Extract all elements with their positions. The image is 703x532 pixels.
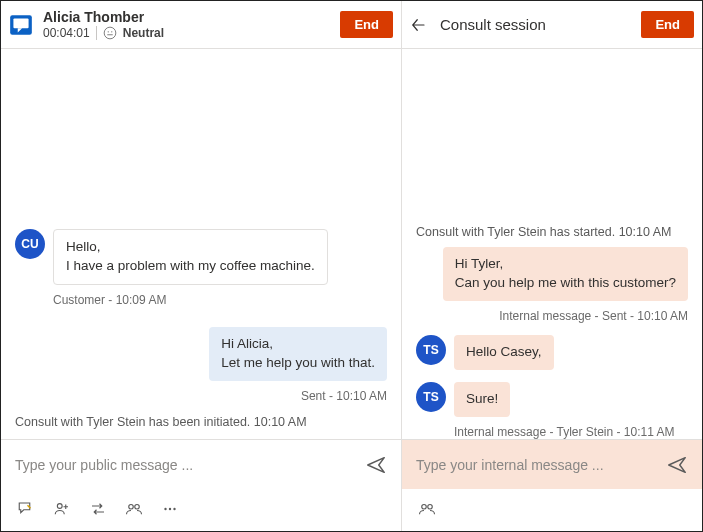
customer-chat-pane: Alicia Thomber 00:04:01 Neutral End CU H… bbox=[1, 1, 402, 531]
quick-reply-icon[interactable] bbox=[17, 500, 35, 518]
message-bubble: Hi Tyler, Can you help me with this cust… bbox=[443, 247, 688, 301]
consult-header: Consult session End bbox=[402, 1, 702, 49]
send-icon[interactable] bbox=[365, 454, 387, 476]
consult-icon[interactable] bbox=[53, 500, 71, 518]
message-line: Can you help me with this customer? bbox=[455, 274, 676, 293]
message-line: Hello, bbox=[66, 238, 315, 257]
message-meta: Internal message - Tyler Stein - 10:11 A… bbox=[454, 425, 688, 439]
chat-icon bbox=[7, 11, 35, 39]
message-line: Hi Alicia, bbox=[221, 335, 375, 354]
svg-point-4 bbox=[111, 31, 112, 32]
customer-message: CU Hello, I have a problem with my coffe… bbox=[15, 229, 387, 285]
customer-header: Alicia Thomber 00:04:01 Neutral End bbox=[1, 1, 401, 49]
end-consult-button[interactable]: End bbox=[641, 11, 694, 38]
more-icon[interactable] bbox=[161, 500, 179, 518]
message-bubble: Hi Alicia, Let me help you with that. bbox=[209, 327, 387, 381]
message-meta: Customer - 10:09 AM bbox=[53, 293, 387, 307]
svg-point-9 bbox=[164, 508, 166, 510]
message-bubble: Hello Casey, bbox=[454, 335, 554, 370]
consult-title: Consult session bbox=[440, 16, 633, 33]
consult-messages: Consult with Tyler Stein has started. 10… bbox=[402, 49, 702, 439]
customer-messages: CU Hello, I have a problem with my coffe… bbox=[1, 49, 401, 439]
public-message-input[interactable] bbox=[15, 457, 357, 473]
message-line: I have a problem with my coffee machine. bbox=[66, 257, 315, 276]
public-composer bbox=[1, 439, 401, 489]
message-bubble: Sure! bbox=[454, 382, 510, 417]
svg-point-10 bbox=[169, 508, 171, 510]
svg-point-12 bbox=[422, 505, 427, 510]
consult-toolbar bbox=[402, 489, 702, 531]
svg-point-8 bbox=[135, 505, 140, 510]
internal-composer bbox=[402, 439, 702, 489]
internal-in-message: TS Sure! bbox=[416, 382, 688, 417]
svg-point-13 bbox=[428, 505, 433, 510]
customer-avatar: CU bbox=[15, 229, 45, 259]
consult-avatar: TS bbox=[416, 382, 446, 412]
svg-rect-1 bbox=[13, 18, 28, 28]
message-bubble: Hello, I have a problem with my coffee m… bbox=[53, 229, 328, 285]
system-message: Consult with Tyler Stein has started. 10… bbox=[416, 219, 688, 241]
back-icon[interactable] bbox=[408, 15, 428, 35]
internal-out-message: Hi Tyler, Can you help me with this cust… bbox=[416, 247, 688, 301]
system-message: Consult with Tyler Stein has been initia… bbox=[15, 409, 387, 431]
session-timer: 00:04:01 bbox=[43, 26, 90, 40]
consult-pane: Consult session End Consult with Tyler S… bbox=[402, 1, 702, 531]
agent-message: Hi Alicia, Let me help you with that. bbox=[15, 327, 387, 381]
people-icon[interactable] bbox=[418, 500, 436, 518]
internal-in-message: TS Hello Casey, bbox=[416, 335, 688, 370]
chat-toolbar bbox=[1, 489, 401, 531]
customer-name: Alicia Thomber bbox=[43, 9, 332, 26]
svg-point-7 bbox=[129, 505, 134, 510]
svg-point-11 bbox=[173, 508, 175, 510]
svg-point-2 bbox=[104, 27, 116, 39]
sentiment-label: Neutral bbox=[123, 26, 164, 40]
message-line: Let me help you with that. bbox=[221, 354, 375, 373]
internal-message-input[interactable] bbox=[416, 457, 658, 473]
people-icon[interactable] bbox=[125, 500, 143, 518]
svg-point-6 bbox=[57, 504, 62, 509]
message-meta: Sent - 10:10 AM bbox=[15, 389, 387, 403]
send-icon[interactable] bbox=[666, 454, 688, 476]
transfer-icon[interactable] bbox=[89, 500, 107, 518]
svg-point-3 bbox=[107, 31, 108, 32]
end-customer-button[interactable]: End bbox=[340, 11, 393, 38]
message-line: Hi Tyler, bbox=[455, 255, 676, 274]
divider bbox=[96, 26, 97, 40]
sentiment-icon bbox=[103, 26, 117, 40]
message-meta: Internal message - Sent - 10:10 AM bbox=[416, 309, 688, 323]
consult-avatar: TS bbox=[416, 335, 446, 365]
